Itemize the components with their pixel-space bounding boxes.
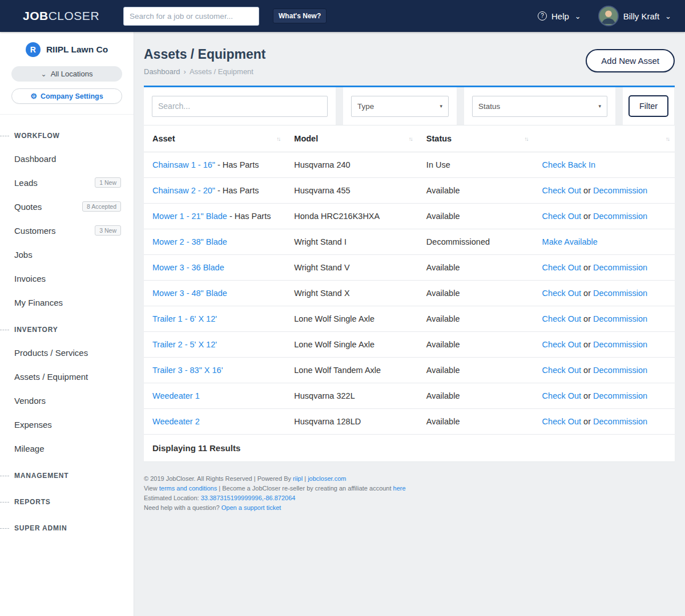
asset-link[interactable]: Chainsaw 2 - 20" (152, 186, 215, 195)
sort-icon[interactable]: ↑↓ (666, 136, 669, 142)
action-link-decommission[interactable]: Decommission (593, 366, 647, 375)
action-link-check-out[interactable]: Check Out (542, 340, 582, 349)
asset-link[interactable]: Mower 2 - 38" Blade (152, 237, 227, 246)
riipl-link[interactable]: riipl (293, 475, 303, 482)
breadcrumb: Dashboard›Assets / Equipment (144, 67, 265, 76)
asset-link[interactable]: Weedeater 2 (152, 417, 200, 426)
company-logo: R (26, 42, 41, 57)
sidebar-item-dashboard[interactable]: Dashboard (0, 147, 134, 171)
asset-link[interactable]: Trailer 2 - 5' X 12' (152, 340, 217, 349)
column-header-asset[interactable]: Asset↑↓ (144, 125, 285, 152)
terms-link[interactable]: terms and conditions (159, 485, 217, 492)
action-link-check-out[interactable]: Check Out (542, 186, 582, 195)
sort-icon[interactable]: ↑↓ (525, 136, 528, 142)
filter-search-cell (144, 87, 336, 125)
global-search-input[interactable] (123, 7, 259, 26)
type-select[interactable]: Type ▾ (351, 96, 449, 117)
sidebar-section-workflow[interactable]: WORKFLOW (0, 125, 134, 147)
nav-badge: 8 Accepted (82, 201, 121, 212)
sidebar-item-invoices[interactable]: Invoices (0, 266, 134, 290)
action-link-decommission[interactable]: Decommission (593, 391, 647, 400)
sidebar-section-management[interactable]: MANAGEMENT (0, 465, 134, 487)
filter-button[interactable]: Filter (628, 95, 668, 117)
model-cell: Honda HRC216K3HXA (285, 204, 418, 229)
sidebar-item-leads[interactable]: Leads1 New (0, 171, 134, 194)
sort-icon[interactable]: ↑↓ (409, 136, 412, 142)
location-link[interactable]: 33.387315199999996,-86.872064 (201, 495, 296, 501)
column-header-status[interactable]: Status↑↓ (418, 125, 534, 152)
asset-cell: Mower 3 - 36 Blade (144, 255, 285, 281)
action-link-decommission[interactable]: Decommission (593, 417, 647, 426)
breadcrumb-current: Assets / Equipment (190, 67, 253, 76)
action-link-decommission[interactable]: Decommission (593, 314, 647, 323)
asset-link[interactable]: Chainsaw 1 - 16" (152, 160, 215, 169)
sort-icon[interactable]: ↑↓ (276, 136, 280, 142)
table-row: Chainsaw 2 - 20" - Has PartsHusqvarna 45… (144, 178, 675, 204)
asset-link[interactable]: Mower 3 - 48" Blade (152, 289, 227, 298)
filter-type-cell: Type ▾ (343, 87, 457, 125)
model-cell: Wright Stand V (285, 255, 418, 281)
filter-row: Type ▾ Status ▾ Filter (144, 87, 675, 125)
sidebar-item-vendors[interactable]: Vendors (0, 388, 134, 412)
sidebar-item-jobs[interactable]: Jobs (0, 242, 134, 266)
section-dash (0, 330, 9, 330)
column-header-model[interactable]: Model↑↓ (285, 125, 418, 152)
asset-link[interactable]: Mower 3 - 36 Blade (152, 263, 224, 272)
sidebar-item-customers[interactable]: Customers3 New (0, 218, 134, 242)
sidebar-item-mileage[interactable]: Mileage (0, 436, 134, 460)
asset-link[interactable]: Mower 1 - 21" Blade (152, 212, 227, 221)
table-search-input[interactable] (152, 96, 328, 117)
asset-link[interactable]: Weedeater 1 (152, 391, 200, 400)
asset-link[interactable]: Trailer 3 - 83" X 16' (152, 366, 223, 375)
action-link-check-out[interactable]: Check Out (542, 391, 582, 400)
sidebar-item-quotes[interactable]: Quotes8 Accepted (0, 194, 134, 218)
jobcloser-link[interactable]: jobcloser.com (308, 475, 346, 482)
help-menu[interactable]: ? Help ⌄ (538, 11, 581, 21)
sidebar-item-products-services[interactable]: Products / Services (0, 341, 134, 364)
asset-suffix: - Has Parts (215, 160, 259, 169)
action-separator: or (581, 366, 593, 375)
action-link-decommission[interactable]: Decommission (593, 340, 647, 349)
sidebar-item-assets-equipment[interactable]: Assets / Equipment (0, 364, 134, 388)
footer-line-support: Need help with a question? Open a suppor… (144, 503, 675, 513)
support-ticket-link[interactable]: Open a support ticket (221, 504, 281, 511)
company-menu[interactable]: R RIIPL Lawn Co (11, 42, 122, 57)
status-select[interactable]: Status ▾ (472, 96, 607, 117)
select-arrow-icon: ▾ (440, 103, 442, 109)
actions-cell: Check Out or Decommission (534, 204, 675, 229)
sidebar-section-inventory[interactable]: INVENTORY (0, 319, 134, 341)
section-dash (0, 528, 9, 529)
page-title: Assets / Equipment (144, 47, 265, 62)
action-link-check-out[interactable]: Check Out (542, 366, 582, 375)
status-select-value: Status (478, 102, 500, 111)
table-row: Trailer 2 - 5' X 12'Lone Wolf Single Axl… (144, 332, 675, 358)
column-header-actions[interactable]: ↑↓ (534, 125, 675, 152)
affiliate-link[interactable]: here (393, 485, 406, 492)
locations-dropdown[interactable]: ⌄ All Locations (11, 66, 122, 82)
action-link-decommission[interactable]: Decommission (593, 212, 647, 221)
sidebar-item-expenses[interactable]: Expenses (0, 412, 134, 436)
sidebar-section-super-admin[interactable]: SUPER ADMIN (0, 517, 134, 539)
asset-link[interactable]: Trailer 1 - 6' X 12' (152, 314, 217, 323)
action-link-check-out[interactable]: Check Out (542, 263, 582, 272)
status-cell: Available (418, 306, 534, 332)
action-link-check-out[interactable]: Check Out (542, 314, 582, 323)
action-link-decommission[interactable]: Decommission (593, 263, 647, 272)
sidebar-item-my-finances[interactable]: My Finances (0, 290, 134, 314)
app-logo[interactable]: JOBCLOSER (23, 9, 99, 23)
table-row: Weedeater 2Husqvarna 128LDAvailableCheck… (144, 409, 675, 435)
action-link-check-back-in[interactable]: Check Back In (542, 160, 596, 169)
whats-new-button[interactable]: What's New? (273, 9, 327, 23)
action-link-decommission[interactable]: Decommission (593, 289, 647, 298)
action-link-decommission[interactable]: Decommission (593, 186, 647, 195)
asset-cell: Weedeater 2 (144, 409, 285, 435)
breadcrumb-dashboard[interactable]: Dashboard (144, 67, 180, 76)
action-link-check-out[interactable]: Check Out (542, 417, 582, 426)
action-link-check-out[interactable]: Check Out (542, 212, 582, 221)
action-link-make-available[interactable]: Make Available (542, 237, 598, 246)
add-new-asset-button[interactable]: Add New Asset (586, 49, 675, 72)
sidebar-section-reports[interactable]: REPORTS (0, 491, 134, 513)
company-settings-button[interactable]: ⚙ Company Settings (11, 88, 122, 104)
user-menu[interactable]: Billy Kraft ⌄ (598, 6, 671, 26)
action-link-check-out[interactable]: Check Out (542, 289, 582, 298)
